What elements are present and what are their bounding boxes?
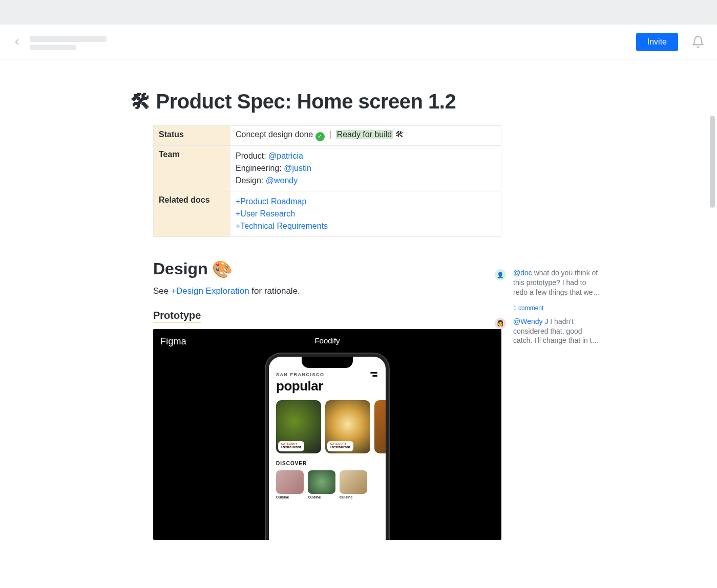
- phone-city: SAN FRANCISCO: [276, 372, 378, 377]
- food-tag: CATEGORYRestaurant: [327, 441, 353, 451]
- status-separator: |: [329, 130, 331, 139]
- mention-link[interactable]: @doc: [513, 269, 532, 277]
- phone-mockup: SAN FRANCISCO popular CATEGORYRestaurant…: [266, 354, 389, 540]
- mini-card: Cuisine: [308, 470, 335, 499]
- team-value: Product: @patricia Engineering: @justin …: [230, 145, 501, 191]
- team-line: Design: @wendy: [236, 175, 496, 187]
- breadcrumb-line-1: [30, 36, 107, 42]
- team-line: Engineering: @justin: [236, 162, 496, 175]
- table-row: Status Concept design done ✓ | Ready for…: [154, 126, 501, 146]
- team-line: Product: @patricia: [236, 150, 496, 162]
- design-heading-text: Design: [153, 259, 208, 278]
- status-highlight: Ready for build: [336, 130, 393, 139]
- team-label: Team: [154, 145, 230, 191]
- info-table: Status Concept design done ✓ | Ready for…: [153, 125, 501, 237]
- status-label: Status: [154, 126, 230, 146]
- mention-link[interactable]: @Wendy J: [513, 317, 548, 325]
- status-value: Concept design done ✓ | Ready for build …: [230, 126, 501, 146]
- related-label: Related docs: [154, 191, 230, 236]
- hammer-icon: 🛠: [395, 130, 404, 139]
- doc-link[interactable]: +Product Roadmap: [236, 197, 306, 206]
- prototype-heading: Prototype: [153, 310, 201, 323]
- mini-card: Cuisine: [340, 470, 367, 499]
- palette-icon: 🎨: [212, 259, 233, 279]
- doc-link[interactable]: +Design Exploration: [171, 286, 249, 296]
- avatar: 👩: [495, 318, 506, 329]
- table-row: Related docs +Product Roadmap +User Rese…: [154, 191, 501, 236]
- status-text: Concept design done: [236, 130, 313, 139]
- top-stripe: [0, 0, 717, 25]
- mention-link[interactable]: @wendy: [266, 176, 298, 185]
- scrollbar-thumb[interactable]: [710, 116, 715, 208]
- phone-heading: popular: [276, 378, 378, 394]
- figma-embed[interactable]: Figma Foodify SAN FRANCISCO popular CATE…: [153, 329, 501, 540]
- page-title: 🛠 Product Spec: Home screen 1.2: [131, 90, 586, 113]
- food-tag: CATEGORYRestaurant: [278, 441, 304, 451]
- table-row: Team Product: @patricia Engineering: @ju…: [154, 145, 501, 191]
- header-bar: Invite: [0, 25, 717, 59]
- related-value: +Product Roadmap +User Research +Technic…: [230, 191, 501, 236]
- mini-row: Cuisine Cuisine Cuisine: [276, 470, 378, 499]
- comment[interactable]: 👤 @doc what do you think of this prototy…: [495, 268, 602, 297]
- doc-link[interactable]: +Technical Requirements: [236, 222, 328, 230]
- food-card: CATEGORYRestaurant: [325, 400, 370, 453]
- comment-count[interactable]: 1 comment: [513, 304, 602, 312]
- role-label: Engineering:: [236, 164, 282, 172]
- doc-link[interactable]: +User Research: [236, 209, 295, 218]
- comments-panel: 👤 @doc what do you think of this prototy…: [495, 268, 602, 353]
- role-label: Design:: [236, 176, 263, 185]
- phone-discover: DISCOVER: [276, 461, 378, 466]
- comment[interactable]: 👩 @Wendy J I hadn't considered that, goo…: [495, 317, 602, 346]
- text: See: [153, 286, 171, 296]
- notifications-icon[interactable]: [691, 35, 705, 49]
- page-title-icon: 🛠: [131, 90, 151, 113]
- invite-button[interactable]: Invite: [636, 33, 678, 51]
- page-title-text: Product Spec: Home screen 1.2: [156, 90, 456, 113]
- header-left: [12, 34, 107, 50]
- header-right: Invite: [636, 33, 705, 51]
- check-icon: ✓: [315, 132, 325, 141]
- food-card: [374, 400, 389, 453]
- card-row: CATEGORYRestaurant CATEGORYRestaurant: [276, 400, 378, 453]
- figma-frame-title: Foodify: [153, 336, 501, 345]
- text: for rationale.: [249, 286, 300, 296]
- menu-icon: [370, 372, 377, 377]
- mention-link[interactable]: @patricia: [268, 151, 303, 160]
- food-card: CATEGORYRestaurant: [276, 400, 321, 453]
- avatar: 👤: [495, 269, 506, 280]
- mini-card: Cuisine: [276, 470, 304, 499]
- mention-link[interactable]: @justin: [284, 164, 311, 172]
- document-scroll[interactable]: 🛠 Product Spec: Home screen 1.2 Status C…: [0, 59, 717, 588]
- breadcrumb-line-2: [30, 45, 76, 50]
- role-label: Product:: [236, 151, 266, 160]
- phone-notch: [302, 357, 353, 368]
- header-breadcrumb: [30, 34, 107, 50]
- back-icon[interactable]: [12, 37, 22, 47]
